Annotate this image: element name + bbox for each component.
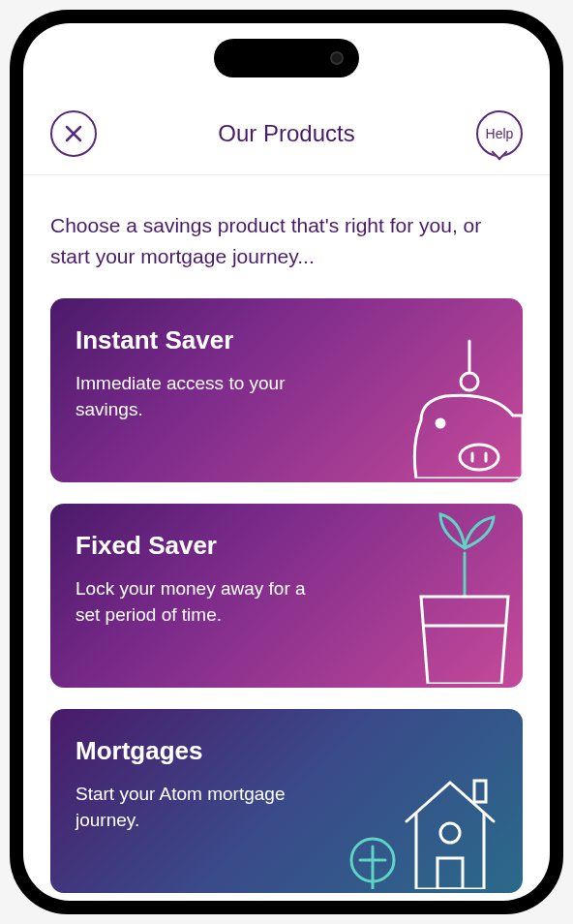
house-icon — [329, 754, 523, 893]
card-title: Instant Saver — [75, 325, 498, 355]
svg-point-7 — [437, 419, 444, 427]
svg-rect-12 — [437, 858, 463, 889]
card-description: Start your Atom mortgage journey. — [75, 782, 329, 833]
svg-point-11 — [440, 823, 460, 843]
phone-frame: Our Products Help Choose a savings produ… — [10, 10, 563, 914]
card-title: Fixed Saver — [75, 531, 498, 561]
svg-point-3 — [461, 373, 478, 390]
card-description: Lock your money away for a set period of… — [75, 576, 329, 628]
close-button[interactable] — [50, 110, 97, 157]
close-icon — [64, 124, 83, 143]
phone-screen: Our Products Help Choose a savings produ… — [23, 23, 550, 901]
intro-text: Choose a savings product that's right fo… — [23, 175, 550, 298]
card-instant-saver[interactable]: Instant Saver Immediate access to your s… — [50, 298, 523, 482]
svg-point-13 — [351, 839, 394, 881]
piggy-bank-icon — [368, 333, 523, 482]
device-notch — [214, 39, 359, 77]
svg-point-4 — [460, 445, 498, 470]
card-title: Mortgages — [75, 736, 498, 766]
svg-rect-10 — [474, 781, 486, 802]
page-title: Our Products — [218, 120, 354, 147]
product-cards: Instant Saver Immediate access to your s… — [23, 298, 550, 893]
card-fixed-saver[interactable]: Fixed Saver Lock your money away for a s… — [50, 504, 523, 688]
card-description: Immediate access to your savings. — [75, 371, 329, 422]
help-label: Help — [486, 126, 514, 141]
header: Our Products Help — [23, 93, 550, 175]
camera-icon — [330, 51, 344, 65]
card-mortgages[interactable]: Mortgages Start your Atom mortgage journ… — [50, 709, 523, 893]
app-content: Our Products Help Choose a savings produ… — [23, 23, 550, 901]
help-button[interactable]: Help — [476, 110, 523, 157]
